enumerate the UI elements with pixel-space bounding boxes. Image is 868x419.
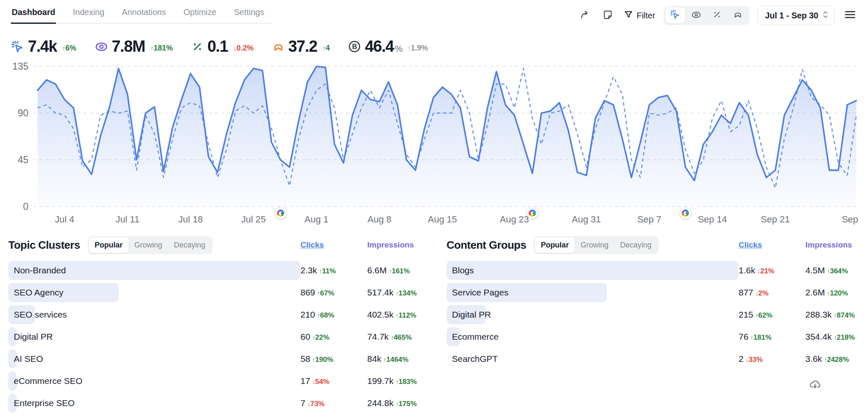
share-button[interactable] [578,8,593,23]
table-row[interactable]: Non-Branded2.3k↑11%6.6M↑161% [8,260,430,281]
table-row[interactable]: SearchGPT2↓33%3.6k↑2428% [447,348,868,369]
nav-tabs: DashboardIndexingAnnotationsOptimizeSett… [11,4,272,24]
panel-tab-popular[interactable]: Popular [535,237,575,253]
stat-clicks[interactable]: 7.4k↑6% [11,38,76,56]
stat-change: ↓0.2% [233,44,254,53]
google-g-glyph [277,210,284,217]
row-impressions-change: ↑161% [389,267,410,275]
table-row[interactable]: eCommerce SEO17↓54%199.7k↑183% [8,371,430,391]
table-row[interactable]: Enterprise SEO7↓73%244.8k↑175% [8,393,430,414]
row-clicks-value: 877↓2% [739,288,805,298]
panel-tab-popular[interactable]: Popular [89,237,129,253]
row-impressions-change: ↑465% [391,333,411,341]
y-axis-tick: 0 [23,201,28,212]
table-row[interactable]: SEO Agency869↑67%517.4k↑134% [8,282,430,303]
tables-section: Topic ClustersPopularGrowingDecayingClic… [0,233,868,415]
panel-tab-decaying[interactable]: Decaying [614,237,657,253]
x-axis-tick: Aug 1 [305,214,329,225]
stat-impressions[interactable]: 7.8M↑181% [95,38,173,56]
summary-stats-row: 7.4k↑6%7.8M↑181%0.1↓0.2%37.2↑4B46.4%↑1.9… [0,26,868,58]
panel-tab-decaying[interactable]: Decaying [168,237,211,253]
filter-button[interactable]: Filter [623,10,655,21]
row-label: Non-Branded [8,265,300,275]
tab-annotations[interactable]: Annotations [121,4,167,24]
metric-toggle-impressions[interactable] [686,8,706,23]
row-clicks-change: ↑22% [312,333,329,341]
table-row[interactable]: Digital PR60↑22%74.7k↑465% [8,326,430,347]
tab-indexing[interactable]: Indexing [72,4,105,24]
row-label: Enterprise SEO [8,398,300,408]
panel-tab-growing[interactable]: Growing [575,237,614,253]
table-row[interactable]: Blogs1.6k↓21%4.5M↑364% [447,260,868,281]
row-impressions-value: 2.6M↑120% [805,288,868,298]
x-axis-tick: Sep 30 [842,214,860,225]
row-impressions-value: 74.7k↑465% [367,332,430,342]
table-row[interactable]: SEO services210↑68%402.5k↑112% [8,304,430,325]
tab-dashboard[interactable]: Dashboard [11,4,56,24]
row-impressions-change: ↑364% [827,267,848,275]
column-header-clicks[interactable]: Clicks [300,240,367,250]
performance-chart[interactable]: 04590135Jul 4Jul 11Jul 18Jul 25Aug 1Aug … [8,60,860,227]
row-clicks-value: 76↑181% [739,332,805,342]
row-label: Service Pages [447,288,739,298]
row-impressions-value: 402.5k↑112% [367,310,430,320]
row-impressions-change: ↑874% [834,311,855,319]
filter-funnel-icon [623,10,633,21]
svg-text:B: B [352,43,357,50]
menu-button[interactable] [843,8,857,23]
table-row[interactable]: Service Pages877↓2%2.6M↑120% [447,282,868,303]
date-range-picker[interactable]: Jul 1 - Sep 30 [758,6,835,25]
row-clicks-change: ↑68% [317,311,334,319]
table-row[interactable]: Ecommerce76↑181%354.4k↑218% [447,326,868,347]
x-axis-tick: Jul 4 [55,214,74,225]
chart-canvas[interactable]: 04590135Jul 4Jul 11Jul 18Jul 25Aug 1Aug … [8,60,860,227]
google-update-icon[interactable] [680,207,691,219]
row-clicks-value: 210↑68% [300,310,367,320]
row-clicks-value: 7↓73% [300,398,367,408]
cloud-download-icon[interactable] [809,378,821,392]
position-icon [272,40,285,53]
panel-filter-tabs: PopularGrowingDecaying [88,236,212,254]
stat-value: 7.8M [112,38,145,56]
x-axis-tick: Aug 23 [500,214,529,225]
table-row[interactable]: Digital PR215↑62%288.3k↑874% [447,304,868,325]
tab-optimize[interactable]: Optimize [183,4,217,24]
row-impressions-value: 6.6M↑161% [367,265,430,275]
stat-suffix: % [395,43,402,54]
google-update-icon[interactable] [275,207,286,219]
row-clicks-change: ↓33% [746,356,763,363]
column-header-clicks[interactable]: Clicks [739,240,805,250]
x-axis-tick: Jul 11 [116,214,139,225]
metric-toggle-clicks[interactable] [665,8,685,23]
panel-title: Content Groups [447,239,526,252]
stat-value: 37.2 [288,38,317,56]
stat-change: ↑181% [150,44,173,53]
date-range-label: Jul 1 - Sep 30 [765,11,818,20]
annotation-note-button[interactable] [601,8,615,23]
tab-settings[interactable]: Settings [233,4,265,24]
row-label: eCommerce SEO [8,376,300,386]
column-header-impressions[interactable]: Impressions [367,240,430,250]
panel-topic-clusters: Topic ClustersPopularGrowingDecayingClic… [8,233,430,415]
panel-header: Topic ClustersPopularGrowingDecayingClic… [8,233,430,257]
y-axis-tick: 135 [13,61,28,72]
row-impressions-value: 244.8k↑175% [367,398,430,408]
stat-ctr[interactable]: 0.1↓0.2% [191,38,254,56]
google-g-glyph [529,210,536,217]
row-label: AI SEO [8,354,300,364]
row-clicks-change: ↓73% [308,400,325,408]
column-header-impressions[interactable]: Impressions [805,240,868,250]
stat-position[interactable]: 37.2↑4 [272,38,330,56]
metric-toggle-position[interactable] [728,8,748,23]
row-impressions-value: 288.3k↑874% [805,310,868,320]
stat-brand[interactable]: B46.4%↑1.9% [348,38,428,56]
panel-tab-growing[interactable]: Growing [129,237,168,253]
stat-value: 46.4% [365,38,402,56]
stat-change: ↑4 [323,44,330,53]
panel-title-wrap: Topic ClustersPopularGrowingDecaying [8,236,300,254]
row-impressions-change: ↑218% [834,333,855,341]
stat-value: 7.4k [28,38,57,56]
metric-toggle-ctr[interactable] [707,8,727,23]
table-row[interactable]: AI SEO58↑190%84k↑1464% [8,348,430,369]
row-clicks-value: 58↑190% [300,354,367,364]
